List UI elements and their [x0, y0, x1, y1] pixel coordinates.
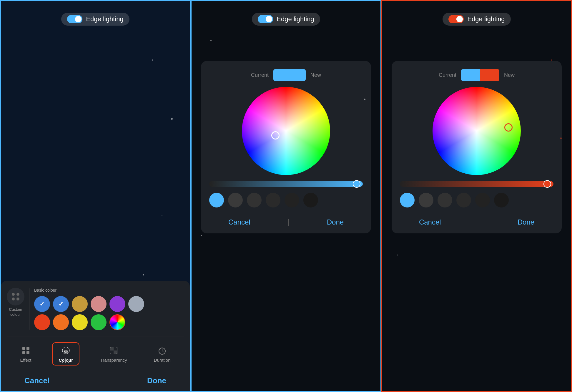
- nav-colour[interactable]: Colour • • •: [52, 342, 79, 366]
- section-divider: [29, 288, 29, 330]
- color-wheel-container[interactable]: [242, 87, 330, 175]
- color-wheel-2[interactable]: [433, 87, 521, 175]
- recent-colors-row: [209, 193, 363, 207]
- current-color-swatch-split: [461, 69, 499, 81]
- basic-colour-heading: Basic colour: [34, 288, 144, 293]
- new-label: New: [310, 72, 321, 78]
- custom-colour-button[interactable]: Customcolour: [7, 288, 24, 317]
- grid-icon: [11, 292, 21, 302]
- picker-done-button-2[interactable]: Done: [518, 218, 534, 226]
- color-wheel[interactable]: [242, 87, 330, 175]
- svg-point-2: [12, 298, 15, 300]
- svg-point-11: [66, 351, 68, 352]
- svg-point-1: [16, 293, 19, 296]
- color-wheel-cursor[interactable]: [271, 131, 280, 139]
- picker-cancel-button[interactable]: Cancel: [228, 218, 250, 226]
- recent-color-r1[interactable]: [400, 193, 415, 207]
- brightness-slider-2[interactable]: [400, 181, 553, 187]
- colour-picker-card: Current New Cancel Done: [201, 61, 371, 233]
- svg-rect-14: [110, 347, 114, 351]
- colour-row-1: ✓: [34, 296, 144, 312]
- svg-rect-6: [22, 351, 25, 354]
- recent-color-r4[interactable]: [456, 193, 471, 207]
- recent-colors-row-2: [400, 193, 553, 207]
- nav-duration[interactable]: Duration: [148, 343, 177, 365]
- nav-colour-dots: • • •: [62, 361, 70, 364]
- nav-effect-label: Effect: [20, 358, 31, 363]
- colour-green[interactable]: [91, 314, 107, 330]
- new-label-2: New: [504, 72, 515, 78]
- nav-duration-label: Duration: [154, 358, 171, 363]
- brightness-thumb-2[interactable]: [543, 180, 551, 188]
- custom-colour-label: Customcolour: [9, 307, 22, 317]
- recent-color-5[interactable]: [285, 193, 299, 207]
- current-color-swatch: [273, 69, 306, 81]
- edge-lighting-toggle-bar[interactable]: Edge lighting: [61, 13, 129, 26]
- picker-cancel-button-2[interactable]: Cancel: [419, 218, 441, 226]
- picker-action-bar-2: Cancel Done: [400, 213, 553, 226]
- colour-red[interactable]: [34, 314, 50, 330]
- panel-middle: Edge lighting Current New: [191, 0, 381, 392]
- color-preview-row: Current New: [209, 69, 363, 81]
- edge-lighting-toggle-bar-2[interactable]: Edge lighting: [252, 13, 320, 26]
- recent-color-4[interactable]: [266, 193, 280, 207]
- color-wheel-cursor-2[interactable]: [504, 123, 513, 132]
- colour-icon: [61, 345, 71, 356]
- duration-icon: [157, 345, 167, 356]
- svg-rect-15: [114, 351, 117, 354]
- edge-lighting-label-2: Edge lighting: [277, 15, 314, 23]
- recent-color-2[interactable]: [228, 193, 243, 207]
- recent-color-1[interactable]: [209, 193, 224, 207]
- action-bar: Cancel Done: [7, 370, 184, 391]
- nav-effect[interactable]: Effect: [14, 343, 37, 365]
- picker-done-button[interactable]: Done: [327, 218, 344, 226]
- brightness-slider[interactable]: [209, 181, 363, 187]
- color-preview-row-2: Current New: [400, 69, 553, 81]
- colour-blue-selected[interactable]: [34, 296, 50, 312]
- nav-transparency-label: Transparency: [100, 358, 127, 363]
- colour-picker-card-2: Current New Cancel Done: [392, 61, 562, 233]
- svg-rect-7: [26, 351, 29, 354]
- recent-color-r2[interactable]: [419, 193, 433, 207]
- colour-yellow[interactable]: [72, 314, 88, 330]
- basic-colour-section: Basic colour ✓: [34, 288, 144, 330]
- edge-lighting-toggle[interactable]: [67, 15, 82, 23]
- toggle-knob-2: [266, 16, 272, 22]
- colour-gold[interactable]: [72, 296, 88, 312]
- done-button[interactable]: Done: [147, 376, 166, 385]
- cancel-button[interactable]: Cancel: [24, 376, 49, 385]
- transparency-icon: [108, 345, 119, 356]
- recent-color-r5[interactable]: [475, 193, 490, 207]
- brightness-thumb[interactable]: [353, 180, 360, 188]
- toggle-knob: [75, 16, 82, 22]
- svg-point-3: [16, 298, 19, 300]
- svg-point-12: [65, 352, 66, 353]
- nav-transparency[interactable]: Transparency: [94, 343, 133, 365]
- current-label: Current: [251, 72, 269, 78]
- recent-color-r3[interactable]: [438, 193, 452, 207]
- toggle-knob-3: [456, 16, 463, 22]
- edge-lighting-toggle-2[interactable]: [258, 15, 273, 23]
- colour-rainbow[interactable]: [109, 314, 125, 330]
- current-label-2: Current: [439, 72, 456, 78]
- edge-lighting-label: Edge lighting: [86, 15, 123, 23]
- picker-action-bar: Cancel Done: [209, 213, 363, 226]
- color-wheel-container-2[interactable]: [433, 87, 521, 175]
- svg-rect-5: [26, 347, 29, 350]
- colour-blue-check[interactable]: ✓: [53, 296, 69, 312]
- edge-lighting-toggle-bar-3[interactable]: Edge lighting: [443, 13, 511, 26]
- action-divider: [288, 219, 289, 226]
- svg-point-0: [12, 293, 15, 296]
- edge-lighting-toggle-3[interactable]: [448, 15, 464, 23]
- recent-color-3[interactable]: [247, 193, 262, 207]
- bottom-sheet: Customcolour Basic colour ✓: [1, 281, 190, 391]
- panel-left: Edge lighting Customcolour Basic col: [0, 0, 191, 392]
- svg-point-10: [64, 351, 65, 352]
- colour-grey[interactable]: [128, 296, 144, 312]
- color-section: Customcolour Basic colour ✓: [7, 288, 184, 330]
- recent-color-6[interactable]: [303, 193, 318, 207]
- colour-pink[interactable]: [91, 296, 107, 312]
- colour-purple[interactable]: [109, 296, 125, 312]
- colour-orange[interactable]: [53, 314, 69, 330]
- recent-color-r6[interactable]: [494, 193, 509, 207]
